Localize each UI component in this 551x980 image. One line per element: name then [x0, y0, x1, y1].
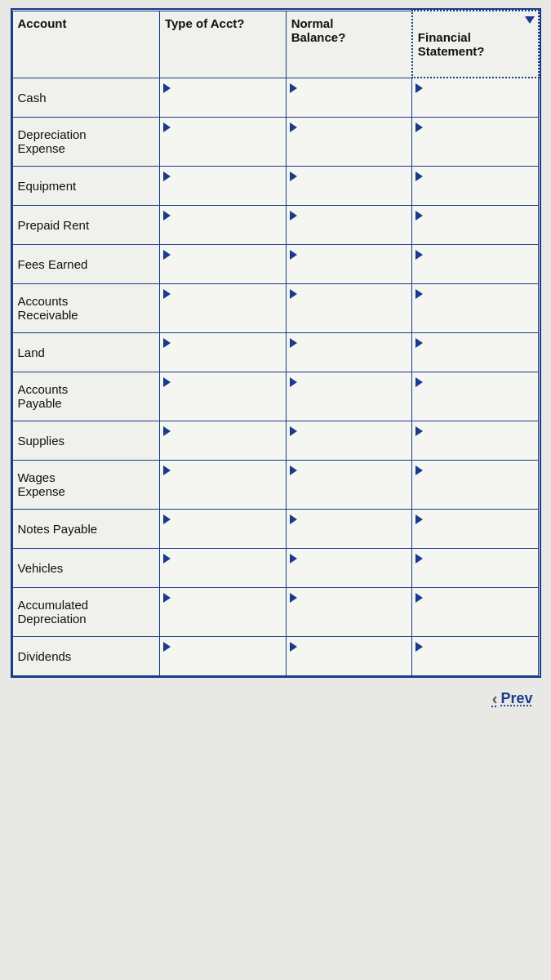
account-name-wages-expense: WagesExpense [12, 460, 159, 509]
normal-balance-cell[interactable] [286, 283, 412, 332]
normal-balance-arrow-ar[interactable] [290, 289, 297, 299]
type-cell[interactable] [159, 117, 286, 166]
normal-balance-cell[interactable] [286, 548, 412, 587]
type-arrow-supplies[interactable] [163, 426, 171, 436]
financial-arrow-accum-dep[interactable] [415, 593, 423, 603]
table-row: Fees Earned [12, 244, 539, 283]
normal-balance-cell[interactable] [286, 509, 412, 548]
table-row: DepreciationExpense [12, 117, 539, 166]
header-financial-statement[interactable]: FinancialStatement? [412, 11, 539, 78]
financial-statement-cell[interactable] [412, 244, 539, 283]
account-name-prepaid-rent: Prepaid Rent [12, 205, 159, 244]
header-account: Account [12, 11, 159, 78]
normal-balance-cell[interactable] [286, 421, 412, 460]
financial-arrow-cash[interactable] [415, 83, 423, 93]
type-arrow-accum-dep[interactable] [163, 593, 171, 603]
normal-balance-arrow-equipment[interactable] [290, 172, 297, 181]
type-arrow-wages[interactable] [163, 466, 171, 475]
financial-arrow-notes-payable[interactable] [415, 514, 423, 524]
financial-statement-cell[interactable] [412, 283, 539, 332]
financial-statement-cell[interactable] [412, 166, 539, 205]
financial-arrow-wages[interactable] [415, 466, 423, 475]
financial-arrow-land[interactable] [415, 338, 423, 348]
financial-arrow-prepaid-rent[interactable] [415, 211, 423, 220]
financial-statement-cell[interactable] [412, 372, 539, 421]
type-arrow-vehicles[interactable] [163, 554, 171, 564]
financial-arrow-equipment[interactable] [415, 172, 423, 181]
prev-label[interactable]: Prev [500, 690, 532, 707]
normal-balance-arrow-wages[interactable] [290, 466, 297, 475]
financial-statement-cell[interactable] [412, 636, 539, 675]
normal-balance-cell[interactable] [286, 372, 412, 421]
financial-statement-cell[interactable] [412, 332, 539, 372]
normal-balance-cell[interactable] [286, 78, 412, 117]
financial-statement-cell[interactable] [412, 117, 539, 166]
financial-statement-cell[interactable] [412, 509, 539, 548]
type-arrow-notes-payable[interactable] [163, 514, 171, 524]
type-cell[interactable] [159, 548, 286, 587]
financial-arrow-supplies[interactable] [415, 426, 423, 436]
type-arrow-fees-earned[interactable] [163, 250, 171, 260]
account-name-accumulated-depreciation: AccumulatedDepreciation [12, 587, 159, 636]
normal-balance-cell[interactable] [286, 332, 412, 372]
normal-balance-arrow-dividends[interactable] [290, 642, 297, 652]
financial-statement-cell[interactable] [412, 548, 539, 587]
normal-balance-cell[interactable] [286, 166, 412, 205]
financial-statement-dropdown-arrow[interactable] [525, 16, 535, 24]
type-cell[interactable] [159, 283, 286, 332]
type-cell[interactable] [159, 636, 286, 675]
financial-arrow-fees-earned[interactable] [415, 250, 423, 260]
type-arrow-equipment[interactable] [163, 172, 171, 181]
accounting-table: Account Type of Acct? NormalBalance? Fin… [12, 10, 540, 676]
normal-balance-arrow-vehicles[interactable] [290, 554, 297, 564]
type-arrow-cash[interactable] [163, 83, 171, 93]
type-cell[interactable] [159, 509, 286, 548]
normal-balance-cell[interactable] [286, 244, 412, 283]
table-row: Vehicles [12, 548, 539, 587]
type-arrow-ap[interactable] [163, 377, 171, 387]
prev-button[interactable]: ‹ Prev [492, 689, 533, 708]
type-cell[interactable] [159, 421, 286, 460]
normal-balance-arrow-depreciation[interactable] [290, 122, 297, 132]
financial-statement-cell[interactable] [412, 421, 539, 460]
account-name-supplies: Supplies [12, 421, 159, 460]
type-arrow-depreciation[interactable] [163, 122, 171, 132]
normal-balance-arrow-accum-dep[interactable] [290, 593, 297, 603]
normal-balance-arrow-ap[interactable] [290, 377, 297, 387]
normal-balance-arrow-supplies[interactable] [290, 426, 297, 436]
financial-arrow-depreciation[interactable] [415, 122, 423, 132]
financial-statement-cell[interactable] [412, 205, 539, 244]
financial-statement-cell[interactable] [412, 587, 539, 636]
normal-balance-cell[interactable] [286, 460, 412, 509]
normal-balance-arrow-notes-payable[interactable] [290, 514, 297, 524]
type-arrow-ar[interactable] [163, 289, 171, 299]
type-cell[interactable] [159, 587, 286, 636]
financial-arrow-dividends[interactable] [415, 642, 423, 652]
type-arrow-prepaid-rent[interactable] [163, 211, 171, 220]
normal-balance-cell[interactable] [286, 636, 412, 675]
normal-balance-arrow-fees-earned[interactable] [290, 250, 297, 260]
type-cell[interactable] [159, 205, 286, 244]
navigation-section: ‹ Prev [11, 678, 541, 708]
normal-balance-arrow-land[interactable] [290, 338, 297, 348]
page-wrapper: Account Type of Acct? NormalBalance? Fin… [0, 0, 551, 980]
normal-balance-cell[interactable] [286, 117, 412, 166]
financial-arrow-ar[interactable] [415, 289, 423, 299]
type-cell[interactable] [159, 78, 286, 117]
type-arrow-land[interactable] [163, 338, 171, 348]
type-cell[interactable] [159, 166, 286, 205]
type-arrow-dividends[interactable] [163, 642, 171, 652]
financial-arrow-ap[interactable] [415, 377, 423, 387]
normal-balance-arrow-prepaid-rent[interactable] [290, 211, 297, 220]
normal-balance-cell[interactable] [286, 587, 412, 636]
financial-statement-cell[interactable] [412, 460, 539, 509]
type-cell[interactable] [159, 372, 286, 421]
type-cell[interactable] [159, 332, 286, 372]
normal-balance-arrow-cash[interactable] [290, 83, 297, 93]
type-cell[interactable] [159, 460, 286, 509]
account-name-land: Land [12, 332, 159, 372]
normal-balance-cell[interactable] [286, 205, 412, 244]
financial-statement-cell[interactable] [412, 78, 539, 117]
type-cell[interactable] [159, 244, 286, 283]
financial-arrow-vehicles[interactable] [415, 554, 423, 564]
